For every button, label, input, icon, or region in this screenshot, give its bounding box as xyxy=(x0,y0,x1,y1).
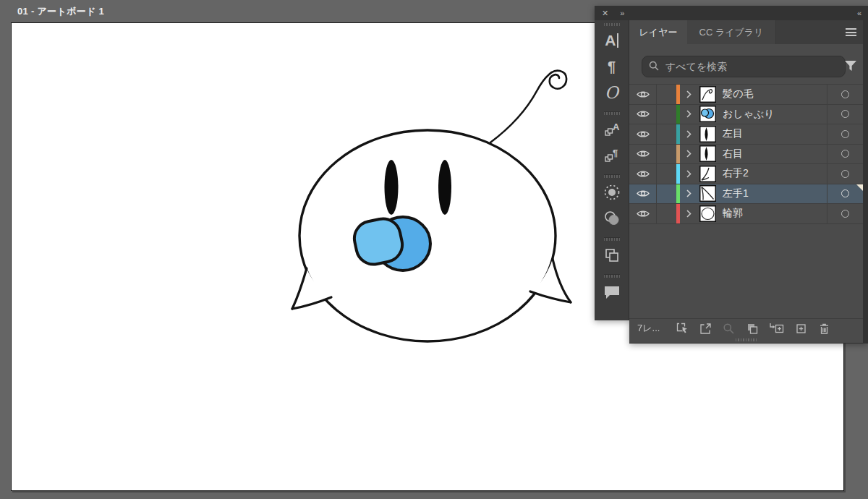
layer-thumbnail[interactable] xyxy=(699,185,716,202)
chevron-right-icon[interactable] xyxy=(686,110,692,118)
layer-row[interactable]: 髪の毛 xyxy=(629,85,863,105)
chevron-right-icon[interactable] xyxy=(686,210,692,218)
comments-panel-icon[interactable] xyxy=(595,279,629,305)
layer-thumbnail[interactable] xyxy=(699,106,716,122)
visibility-toggle[interactable] xyxy=(629,85,657,104)
layer-row[interactable]: 左目 xyxy=(629,124,863,145)
dock-grip[interactable] xyxy=(604,237,620,241)
double-chevron-right-icon[interactable]: » xyxy=(620,9,624,17)
tab-cc-libraries[interactable]: CC ライブラリ xyxy=(687,20,776,44)
paragraph-styles-panel-icon[interactable]: ¶ xyxy=(595,142,629,169)
tab-layers[interactable]: レイヤー xyxy=(629,20,687,44)
visibility-toggle[interactable] xyxy=(629,124,657,144)
layer-thumbnail[interactable] xyxy=(699,145,716,162)
make-clipping-mask-icon[interactable] xyxy=(746,323,758,335)
chevron-right-icon[interactable] xyxy=(686,150,692,158)
layers-panel-body: レイヤー CC ライブラリ 髪の毛 xyxy=(629,20,863,344)
collect-for-export-icon[interactable] xyxy=(676,323,689,335)
dock-grip[interactable] xyxy=(604,174,620,178)
layer-name[interactable]: 輪郭 xyxy=(723,207,743,220)
overlapping-squares-panel-icon[interactable] xyxy=(595,242,629,268)
target-circle-icon[interactable] xyxy=(841,170,849,178)
panel-resize-strip[interactable] xyxy=(629,337,863,344)
opentype-panel-icon[interactable]: O xyxy=(595,80,629,106)
visibility-toggle[interactable] xyxy=(629,204,657,223)
layer-color-bar xyxy=(676,105,680,124)
target-circle-icon[interactable] xyxy=(841,110,849,118)
panel-right-edge xyxy=(863,20,868,344)
visibility-toggle[interactable] xyxy=(629,105,657,124)
chevron-right-icon[interactable] xyxy=(686,130,692,138)
layer-thumbnail[interactable] xyxy=(699,86,716,103)
layer-name[interactable]: おしゃぶり xyxy=(723,108,775,121)
export-selection-icon[interactable] xyxy=(699,323,712,335)
layer-color-bar xyxy=(676,145,680,164)
layer-row-selected[interactable]: 左手1 xyxy=(629,184,863,205)
panel-menu-icon[interactable] xyxy=(846,27,856,38)
search-input[interactable] xyxy=(642,56,846,77)
filter-icon[interactable] xyxy=(843,60,858,72)
target-cell[interactable] xyxy=(827,85,863,104)
layer-color-bar xyxy=(676,85,680,104)
target-circle-icon[interactable] xyxy=(841,189,849,197)
layer-row[interactable]: おしゃぶり xyxy=(629,105,863,125)
target-cell[interactable] xyxy=(827,105,863,124)
visibility-toggle[interactable] xyxy=(629,145,657,164)
layers-status-bar: 7レ... xyxy=(629,318,863,338)
target-circle-icon[interactable] xyxy=(841,90,849,98)
layer-color-bar xyxy=(676,204,680,223)
character-panel-icon[interactable]: A xyxy=(595,27,629,54)
chevron-right-icon[interactable] xyxy=(686,189,692,197)
chevron-right-icon[interactable] xyxy=(686,170,692,178)
layer-color-bar xyxy=(676,164,680,184)
layers-panel: ✕ » « A ¶ O A ¶ xyxy=(595,6,868,344)
target-circle-icon[interactable] xyxy=(841,130,849,138)
close-icon[interactable]: ✕ xyxy=(602,9,608,18)
layer-color-bar xyxy=(676,124,680,144)
illustrator-window: 01 - アートボード 1 ✕ » « A ¶ O xyxy=(0,0,868,499)
character-styles-panel-icon[interactable]: A xyxy=(595,116,629,142)
target-cell[interactable] xyxy=(827,124,863,144)
panel-tab-bar: レイヤー CC ライブラリ xyxy=(629,20,863,44)
visibility-toggle[interactable] xyxy=(629,184,657,204)
svg-text:¶: ¶ xyxy=(613,148,618,158)
locate-object-icon[interactable] xyxy=(723,323,735,335)
dock-grip[interactable] xyxy=(604,23,620,26)
target-circle-icon[interactable] xyxy=(841,150,849,158)
dashed-circle-panel-icon[interactable] xyxy=(595,179,629,205)
new-layer-icon[interactable] xyxy=(795,323,807,335)
layer-name[interactable]: 髪の毛 xyxy=(723,88,753,101)
layer-row[interactable]: 右目 xyxy=(629,145,863,165)
layer-thumbnail[interactable] xyxy=(699,166,716,182)
dock-grip[interactable] xyxy=(604,111,620,115)
new-sublayer-icon[interactable] xyxy=(769,323,784,335)
target-cell[interactable] xyxy=(827,184,863,204)
layer-row[interactable]: 輪郭 xyxy=(629,204,863,224)
layer-name[interactable]: 左手1 xyxy=(723,187,749,200)
visibility-toggle[interactable] xyxy=(629,164,657,184)
layer-thumbnail[interactable] xyxy=(699,205,716,222)
layer-color-bar xyxy=(676,184,680,204)
layer-row[interactable]: 右手2 xyxy=(629,164,863,184)
artboard-label[interactable]: 01 - アートボード 1 xyxy=(17,5,104,18)
search-area xyxy=(629,44,863,84)
delete-icon[interactable] xyxy=(818,323,830,335)
collapse-panel-icon[interactable]: « xyxy=(857,9,861,17)
target-cell[interactable] xyxy=(827,204,863,223)
paragraph-panel-icon[interactable]: ¶ xyxy=(595,54,629,80)
layer-name[interactable]: 右手2 xyxy=(723,167,749,180)
dock-grip[interactable] xyxy=(604,274,620,278)
layer-count: 7レ... xyxy=(637,322,663,335)
layer-name[interactable]: 左目 xyxy=(723,127,743,140)
target-circle-icon[interactable] xyxy=(841,210,849,218)
layer-thumbnail[interactable] xyxy=(699,126,716,142)
layer-list: 髪の毛 おしゃぶり 左目 xyxy=(629,84,863,224)
resize-grip-icon[interactable] xyxy=(736,338,757,341)
chevron-right-icon[interactable] xyxy=(686,90,692,98)
transparency-panel-icon[interactable] xyxy=(595,205,629,231)
svg-text:A: A xyxy=(613,121,620,132)
target-cell[interactable] xyxy=(827,164,863,184)
layer-name[interactable]: 右目 xyxy=(723,148,743,161)
target-cell[interactable] xyxy=(827,145,863,164)
panel-title-bar: ✕ » « xyxy=(595,6,868,20)
